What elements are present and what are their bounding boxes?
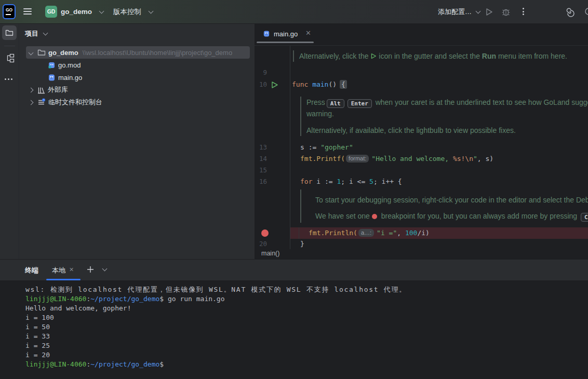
terminal-active-tab-underline	[46, 279, 81, 280]
run-config-selector[interactable]: 添加配置…	[438, 7, 472, 17]
indent-guide	[299, 227, 299, 239]
param-hint-a: a…:	[358, 229, 374, 237]
project-chevron-down-icon[interactable]	[99, 9, 104, 14]
doc-hint-bar	[300, 97, 301, 136]
line-number-16: 16	[253, 176, 267, 187]
tree-expand-icon[interactable]	[29, 50, 34, 55]
tabbar-border	[255, 45, 588, 46]
project-panel-title[interactable]: 项目	[25, 29, 38, 38]
terminal-dropdown-chevron-icon[interactable]	[102, 266, 108, 272]
param-hint-format: format:	[346, 155, 369, 163]
gutter-border	[290, 46, 290, 249]
doc-hint-breakpoint: We have set one breakpoint for you, but …	[315, 210, 588, 222]
folder-icon	[5, 29, 14, 37]
terminal-prompt-line-2: linjjj@LIN-4060:~/project/go_demo$	[25, 360, 164, 369]
doc-hint-bar	[293, 50, 294, 62]
run-config-chevron-down-icon[interactable]	[476, 9, 481, 14]
doc-hint-run: Alternatively, click the icon in the gut…	[299, 50, 567, 62]
tree-collapse-icon[interactable]	[29, 100, 34, 105]
more-toolwindows-icon[interactable]	[5, 78, 12, 80]
terminal-tab-close-icon[interactable]: ✕	[69, 266, 74, 273]
run-button[interactable]	[484, 7, 493, 17]
more-actions-kebab-icon[interactable]	[523, 8, 524, 17]
breadcrumb-main[interactable]: main()	[261, 250, 279, 257]
doc-hint-warning: warning.	[306, 108, 334, 119]
terminal-header: 终端 本地 ✕	[0, 260, 588, 280]
line-number-15: 15	[253, 165, 267, 176]
code-line-16[interactable]: for i := 1; i <= 5; i++ {	[300, 176, 402, 187]
debug-button[interactable]	[501, 7, 511, 17]
tree-label-scratches: 临时文件和控制台	[48, 98, 102, 107]
code-line-20[interactable]: }	[300, 238, 304, 250]
terminal-output-i100: i = 100	[25, 313, 54, 322]
tree-row-scratches[interactable]: 临时文件和控制台	[19, 96, 255, 109]
tree-label-go-demo: go_demo	[48, 49, 78, 57]
terminal-line-wsl: wsl: 检测到 localhost 代理配置，但未镜像到 WSL。NAT 模式…	[25, 285, 407, 294]
project-badge[interactable]: GD	[45, 6, 57, 18]
line-number-9: 9	[253, 67, 267, 78]
tree-label-go-mod: go.mod	[58, 61, 81, 69]
terminal-title[interactable]: 终端	[25, 266, 38, 275]
terminal-output-i25: i = 25	[25, 341, 50, 350]
scratches-icon	[37, 98, 46, 106]
go-file-icon	[263, 30, 270, 37]
terminal-output-hello: Hello and welcome, gopher!	[25, 304, 131, 313]
editor-tab-label[interactable]: main.go	[274, 30, 298, 38]
line-number-14: 14	[253, 153, 267, 165]
vcs-chevron-down-icon[interactable]	[149, 9, 154, 14]
terminal-output-i50: i = 50	[25, 322, 50, 332]
code-line-10[interactable]: func main() {	[292, 79, 347, 90]
main-toolbar: GO GD go_demo 版本控制 添加配置…	[0, 0, 588, 24]
structure-toolwindow-button[interactable]	[5, 53, 15, 63]
terminal-toolwindow: 终端 本地 ✕ wsl: 检测到 localhost 代理配置，但未镜像到 WS…	[0, 259, 588, 379]
libraries-icon	[37, 86, 45, 94]
goland-logo-bar	[6, 14, 11, 15]
terminal-output-i33: i = 33	[25, 332, 50, 341]
left-toolwindow-stripe	[0, 24, 19, 259]
project-toolwindow-button[interactable]	[2, 25, 17, 40]
stripe-divider	[4, 46, 15, 46]
tree-collapse-icon[interactable]	[29, 87, 34, 92]
goland-logo[interactable]: GO	[3, 4, 16, 19]
go-mod-file-icon	[48, 61, 56, 69]
tree-row-main-go[interactable]: main.go	[19, 71, 255, 84]
terminal-tab-local[interactable]: 本地	[52, 266, 65, 275]
tree-label-external-libraries: 外部库	[48, 85, 68, 94]
line-number-13: 13	[253, 142, 267, 153]
vcs-menu[interactable]: 版本控制	[113, 7, 141, 17]
run-icon-inline	[370, 53, 377, 59]
terminal-output-i20: i = 20	[25, 350, 50, 360]
goland-window: GO GD go_demo 版本控制 添加配置…	[0, 0, 588, 379]
tab-close-icon[interactable]: ✕	[305, 29, 311, 37]
doc-hint-debug: To start your debugging session, right-c…	[315, 194, 588, 206]
project-name[interactable]: go_demo	[61, 7, 92, 17]
doc-hint-bar	[300, 190, 301, 223]
doc-hint-lightbulb: Alternatively, if available, click the l…	[306, 125, 516, 136]
tree-label-main-go: main.go	[58, 74, 82, 82]
breakpoint-dot-inline	[372, 214, 377, 219]
line-number-20: 20	[253, 238, 267, 250]
goland-logo-text: GO	[4, 7, 15, 12]
notifications-icon[interactable]	[584, 7, 588, 16]
tree-row-go-mod[interactable]: go.mod	[19, 59, 255, 71]
line-number-10: 10	[253, 79, 267, 90]
hamburger-menu-icon[interactable]	[23, 8, 32, 16]
folder-icon	[37, 48, 46, 57]
go-file-icon	[48, 74, 56, 82]
tree-path-go-demo: \\wsl.localhost\Ubuntu\home\linjjj\proje…	[83, 49, 232, 57]
code-line-13[interactable]: s := "gopher"	[300, 142, 353, 153]
code-line-19[interactable]: fmt.Println(a…:"i =", 100/i)	[309, 227, 430, 239]
active-tab-underline	[257, 42, 314, 43]
new-terminal-plus-icon[interactable]	[86, 265, 95, 274]
breakpoint-icon[interactable]	[261, 229, 269, 237]
doc-hint-alt-enter: PressAltEnter when your caret is at the …	[306, 97, 588, 108]
tree-row-external-libraries[interactable]: 外部库	[19, 84, 255, 96]
ai-assistant-icon[interactable]	[564, 6, 576, 18]
code-line-14[interactable]: fmt.Printf(format:"Hello and welcome, %s…	[300, 153, 493, 165]
tree-row-go-demo[interactable]: go_demo \\wsl.localhost\Ubuntu\home\linj…	[26, 46, 250, 59]
terminal-prompt-line: linjjj@LIN-4060:~/project/go_demo$ go ru…	[25, 294, 225, 304]
run-gutter-icon[interactable]	[271, 81, 278, 89]
